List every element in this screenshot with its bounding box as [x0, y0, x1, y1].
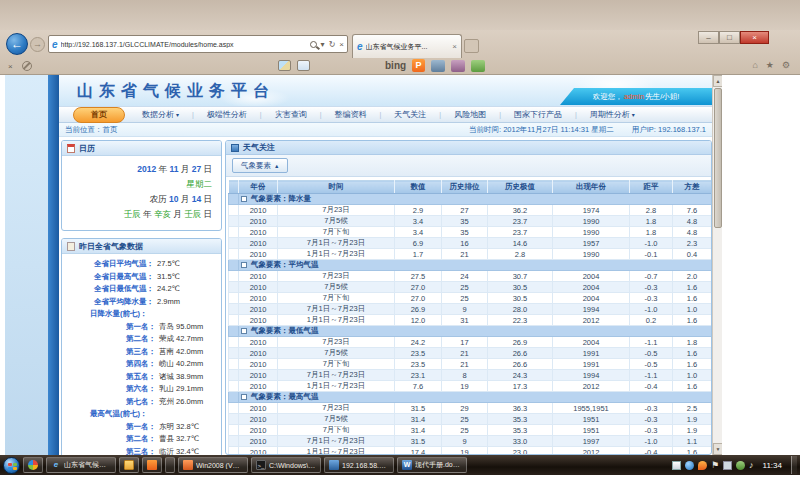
tab-close-icon[interactable]: ×: [452, 42, 457, 51]
bing-logo[interactable]: bing: [385, 60, 406, 71]
forward-button[interactable]: →: [30, 37, 45, 52]
start-button[interactable]: [3, 457, 20, 474]
browser-tab[interactable]: e 山东省气候业务平... ×: [352, 34, 462, 58]
taskbar-item-9[interactable]: W现代手册.docx ...: [397, 457, 467, 473]
flag-tray-icon[interactable]: ⚑: [711, 461, 719, 470]
net-tray-icon[interactable]: [723, 461, 732, 470]
group-label: 气象要素：最高气温: [251, 392, 319, 402]
calendar-text-segment: 辛亥: [154, 209, 171, 219]
scroll-down-icon[interactable]: ▼: [713, 443, 722, 455]
chevron-down-icon[interactable]: ▾: [321, 40, 325, 49]
table-cell: 2010: [239, 216, 278, 227]
group-row[interactable]: 气象要素：平均气温: [229, 260, 712, 271]
table-cell: -0.7: [630, 271, 673, 282]
close-button[interactable]: ×: [740, 31, 769, 44]
extension-icon-2[interactable]: [451, 60, 465, 72]
collapse-checkbox[interactable]: [241, 262, 247, 268]
photo-bottom-margin: [0, 475, 800, 500]
stop-icon[interactable]: ×: [339, 40, 344, 49]
addon-bar-close-icon[interactable]: ×: [8, 62, 13, 71]
current-time: 当前时间: 2012年11月27日 11:14:31 星期二: [469, 125, 614, 135]
table-cell: -0.1: [630, 249, 673, 260]
table-cell: 1951: [553, 425, 630, 436]
taskbar-item-5[interactable]: [165, 457, 175, 473]
table-cell: 2010: [239, 238, 278, 249]
gear-icon[interactable]: ⚙: [782, 60, 790, 70]
page-scrollbar[interactable]: ▲ ▼: [712, 75, 722, 455]
blocked-icon[interactable]: [22, 61, 32, 71]
taskbar-item-3[interactable]: [119, 457, 139, 473]
table-cell: 4.8: [673, 227, 712, 238]
flame-tray-icon[interactable]: [698, 461, 707, 470]
extension-icon-3[interactable]: [471, 60, 485, 72]
folder-icon: [124, 460, 134, 470]
extension-icon-1[interactable]: [431, 60, 445, 72]
search-provider-icon[interactable]: P: [412, 59, 425, 72]
address-bar[interactable]: e http://192.168.137.1/GLCCLIMATE/module…: [48, 35, 348, 53]
table-cell: 1.6: [673, 282, 712, 293]
group-cell: 气象要素：最高气温: [239, 392, 711, 402]
search-icon[interactable]: [310, 41, 317, 48]
table-cell: 1994: [553, 370, 630, 381]
collapse-checkbox[interactable]: [241, 328, 247, 334]
nav-item-9[interactable]: 周期性分析▾: [577, 109, 648, 120]
grid-tray-icon[interactable]: [672, 461, 681, 470]
rank-value: 临沂 32.4℃: [159, 446, 199, 456]
nav-item-3[interactable]: 极端性分析: [194, 109, 260, 120]
taskbar-item-2[interactable]: e山东省气候业...: [46, 457, 116, 473]
sphere-tray-icon[interactable]: [685, 461, 694, 470]
taskbar-item-4[interactable]: [142, 457, 162, 473]
nav-item-1[interactable]: 首页: [73, 107, 125, 123]
nav-item-6[interactable]: 天气关注: [381, 109, 439, 120]
rank-label: 第三名：: [66, 446, 156, 456]
calendar-text-segment: 14: [192, 194, 201, 204]
row-select-cell: [229, 249, 239, 260]
taskbar-item-1[interactable]: [23, 457, 43, 473]
star-icon[interactable]: ★: [766, 60, 774, 70]
row-select-cell: [229, 370, 239, 381]
collapse-checkbox[interactable]: [241, 196, 247, 202]
nav-item-2[interactable]: 数据分析▾: [129, 109, 192, 120]
refresh-icon[interactable]: ↻: [329, 40, 336, 49]
table-cell: 2010: [239, 337, 278, 348]
taskbar-item-6[interactable]: Win2008 (V52...: [178, 457, 248, 473]
speaker-tray-icon[interactable]: ♪: [749, 461, 754, 470]
new-tab-button[interactable]: [464, 39, 479, 53]
nav-item-8[interactable]: 国家下行产品: [501, 109, 575, 120]
nav-item-7[interactable]: 风险地图: [441, 109, 499, 120]
row-select-cell: [229, 293, 239, 304]
update-tray-icon[interactable]: [736, 461, 745, 470]
element-filter-button[interactable]: 气象要素 ▲: [232, 158, 288, 173]
scroll-up-icon[interactable]: ▲: [713, 75, 722, 87]
word-icon: W: [402, 460, 412, 470]
maximize-button[interactable]: □: [719, 31, 740, 44]
home-icon[interactable]: ⌂: [752, 60, 757, 70]
rank-label: 第七名：: [66, 396, 156, 409]
table-cell: 36.2: [488, 205, 553, 216]
scrollbar-thumb[interactable]: [714, 88, 722, 228]
username: admin: [623, 92, 645, 101]
taskbar-item-7[interactable]: >_C:\Windows\s...: [251, 457, 321, 473]
group-label-cell: 气象要素：最高气温: [239, 392, 712, 403]
taskbar-item-8[interactable]: 192.168.58.99...: [324, 457, 394, 473]
table-row: 20107月5候23.52126.61991-0.51.6: [229, 348, 712, 359]
nav-item-4[interactable]: 灾害查询: [262, 109, 320, 120]
group-select-cell: [229, 194, 239, 205]
group-row[interactable]: 气象要素：最高气温: [229, 392, 712, 403]
table-cell: 1.8: [630, 227, 673, 238]
nav-item-5[interactable]: 整编资料: [322, 109, 380, 120]
taskbar-clock[interactable]: 11:34: [763, 461, 782, 470]
collapse-checkbox[interactable]: [241, 394, 247, 400]
table-cell: 1.6: [673, 381, 712, 392]
back-button[interactable]: ←: [6, 33, 28, 55]
group-row[interactable]: 气象要素：最低气温: [229, 326, 712, 337]
table-cell: 1.0: [673, 304, 712, 315]
table-cell: 27: [442, 205, 488, 216]
table-cell: 1951: [553, 414, 630, 425]
mail-tool-icon[interactable]: [297, 60, 310, 71]
minimize-button[interactable]: –: [698, 31, 719, 44]
table-cell: 1991: [553, 348, 630, 359]
group-row[interactable]: 气象要素：降水量: [229, 194, 712, 205]
show-desktop-button[interactable]: [791, 456, 797, 474]
image-tool-icon[interactable]: [278, 60, 291, 71]
